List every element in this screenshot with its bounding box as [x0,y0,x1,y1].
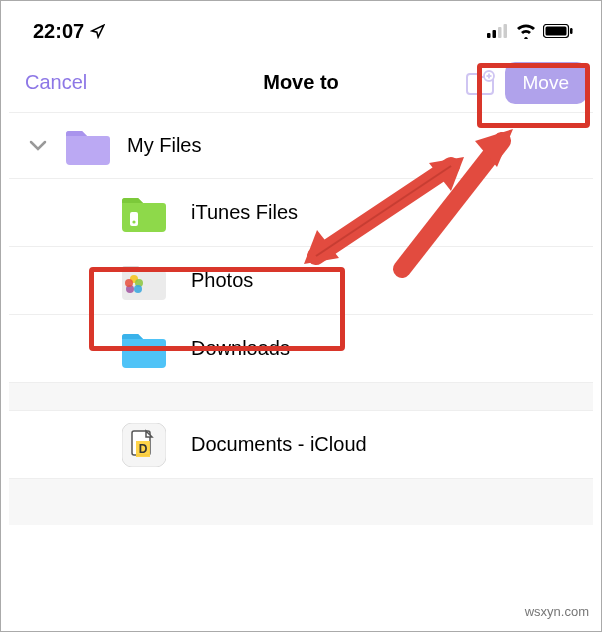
cloud-row[interactable]: D Documents - iCloud [9,411,593,479]
documents-app-icon: D [119,424,169,466]
move-button[interactable]: Move [505,62,587,104]
location-icon [90,24,105,39]
svg-rect-2 [498,27,502,38]
cloud-label: Documents - iCloud [191,433,367,456]
status-right [487,24,573,39]
section-gap [9,383,593,411]
svg-point-14 [134,285,142,293]
chevron-down-icon[interactable] [29,140,47,152]
root-folder-row[interactable]: My Files [9,113,593,179]
folder-row-itunes[interactable]: iTunes Files [9,179,593,247]
watermark: wsxyn.com [525,604,589,619]
folder-row-downloads[interactable]: Downloads [9,315,593,383]
folder-row-photos[interactable]: Photos [9,247,593,315]
svg-rect-10 [130,212,138,226]
cellular-icon [487,24,509,38]
svg-point-16 [125,279,133,287]
folder-label: Photos [191,269,253,292]
svg-point-11 [132,220,135,223]
folder-icon-itunes [119,192,169,234]
cancel-button[interactable]: Cancel [25,71,87,94]
svg-rect-3 [504,24,508,38]
time-text: 22:07 [33,20,84,43]
folder-icon-downloads [119,328,169,370]
svg-rect-5 [546,27,567,36]
status-time: 22:07 [33,20,105,43]
svg-rect-6 [570,28,573,34]
screen: 22:07 Cancel Move to Move [9,9,593,567]
bottom-gap [9,479,593,525]
app-frame: 22:07 Cancel Move to Move [0,0,602,632]
root-folder-label: My Files [127,134,201,157]
folder-label: Downloads [191,337,290,360]
folder-icon-root [63,125,113,167]
folder-icon-photos [119,260,169,302]
status-bar: 22:07 [9,9,593,53]
svg-text:D: D [139,442,148,456]
battery-icon [543,24,573,38]
folder-label: iTunes Files [191,201,298,224]
svg-rect-0 [487,33,491,38]
svg-rect-1 [493,30,497,38]
new-folder-button[interactable] [465,70,495,96]
folder-list: My Files iTunes Files [9,113,593,525]
wifi-icon [516,24,536,39]
nav-bar: Cancel Move to Move [9,53,593,113]
page-title: Move to [263,71,339,94]
